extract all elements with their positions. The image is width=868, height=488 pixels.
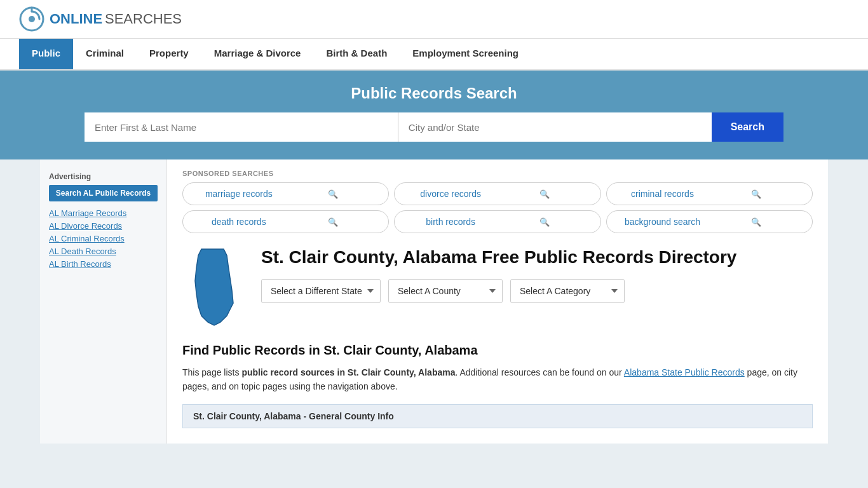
county-dropdown[interactable]: Select A County	[388, 279, 503, 303]
nav-public[interactable]: Public	[19, 39, 73, 69]
search-bar: Search	[85, 112, 783, 142]
search-icon-4: 🔍	[498, 217, 592, 227]
sponsored-label: SPONSORED SEARCHES	[182, 170, 813, 177]
nav-marriage-divorce[interactable]: Marriage & Divorce	[201, 39, 314, 69]
sidebar-link-birth[interactable]: AL Birth Records	[49, 259, 111, 269]
logo: ONLINE SEARCHES	[19, 6, 182, 32]
search-icon-1: 🔍	[498, 189, 592, 199]
category-dropdown[interactable]: Select A Category	[510, 279, 625, 303]
county-title: St. Clair County, Alabama Free Public Re…	[261, 246, 736, 269]
nav-employment[interactable]: Employment Screening	[400, 39, 531, 69]
pill-birth[interactable]: birth records 🔍	[394, 210, 600, 233]
pill-marriage[interactable]: marriage records 🔍	[182, 182, 389, 205]
search-button[interactable]: Search	[712, 112, 783, 142]
hero-banner: Public Records Search Search	[0, 71, 868, 159]
pill-divorce[interactable]: divorce records 🔍	[394, 182, 600, 205]
sidebar-link-marriage[interactable]: AL Marriage Records	[49, 208, 126, 218]
hero-title: Public Records Search	[19, 85, 849, 102]
search-icon-2: 🔍	[709, 189, 803, 199]
dropdowns: Select a Different State Select A County…	[261, 279, 736, 303]
nav-criminal[interactable]: Criminal	[73, 39, 137, 69]
nav-birth-death[interactable]: Birth & Death	[313, 39, 400, 69]
sidebar-links: AL Marriage Records AL Divorce Records A…	[49, 208, 158, 269]
search-icon-5: 🔍	[709, 217, 803, 227]
sidebar: Advertising Search AL Public Records AL …	[40, 159, 167, 444]
find-title: Find Public Records in St. Clair County,…	[182, 343, 813, 358]
state-map	[182, 246, 246, 330]
svg-point-1	[29, 16, 35, 22]
county-section: St. Clair County, Alabama Free Public Re…	[182, 246, 813, 330]
logo-text: ONLINE SEARCHES	[50, 11, 182, 27]
logo-icon	[19, 6, 44, 32]
pill-death[interactable]: death records 🔍	[182, 210, 389, 233]
county-info: St. Clair County, Alabama Free Public Re…	[261, 246, 736, 303]
al-state-link[interactable]: Alabama State Public Records	[624, 367, 745, 377]
search-icon-0: 🔍	[286, 189, 380, 199]
name-input[interactable]	[85, 112, 398, 142]
pill-background[interactable]: background search 🔍	[606, 210, 813, 233]
county-info-bar: St. Clair County, Alabama - General Coun…	[182, 404, 813, 428]
nav-property[interactable]: Property	[137, 39, 201, 69]
sidebar-link-divorce[interactable]: AL Divorce Records	[49, 221, 122, 231]
alabama-map-svg	[182, 246, 246, 329]
sponsored-grid: marriage records 🔍 divorce records 🔍 cri…	[182, 182, 813, 233]
advertising-label: Advertising	[49, 172, 158, 181]
search-al-public-button[interactable]: Search AL Public Records	[49, 185, 158, 201]
search-icon-3: 🔍	[286, 217, 380, 227]
sidebar-link-criminal[interactable]: AL Criminal Records	[49, 234, 125, 243]
main-nav: Public Criminal Property Marriage & Divo…	[0, 39, 868, 71]
sidebar-link-death[interactable]: AL Death Records	[49, 247, 116, 256]
location-input[interactable]	[398, 112, 712, 142]
right-content: SPONSORED SEARCHES marriage records 🔍 di…	[167, 159, 828, 444]
pill-criminal[interactable]: criminal records 🔍	[606, 182, 813, 205]
find-section: Find Public Records in St. Clair County,…	[182, 343, 813, 394]
find-text: This page lists public record sources in…	[182, 365, 813, 394]
state-dropdown[interactable]: Select a Different State	[261, 279, 381, 303]
